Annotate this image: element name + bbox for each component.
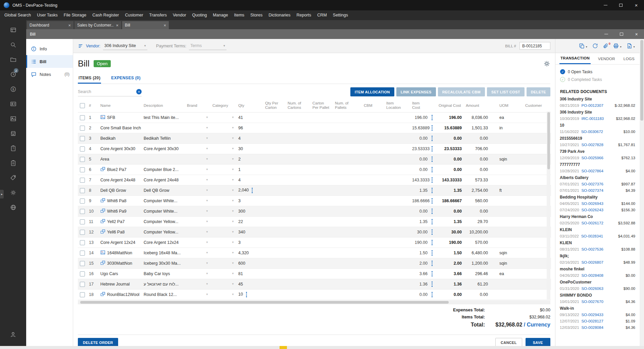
qty-cell[interactable]: 300 <box>236 206 263 217</box>
qty-cell[interactable]: 4,320 <box>236 248 263 258</box>
num-of-cartons-cell[interactable] <box>286 279 310 290</box>
uom-cell[interactable] <box>497 237 523 248</box>
tab-expenses[interactable]: EXPENSES (0) <box>110 73 141 84</box>
uom-cell[interactable]: in <box>497 123 523 133</box>
drag-handle-icon[interactable] <box>432 136 433 141</box>
qty-cell[interactable]: 10 <box>236 290 263 300</box>
chevron-down-icon[interactable]: ▼ <box>232 217 234 227</box>
brand-select-cell[interactable]: ▼ <box>185 217 210 227</box>
cbm-cell[interactable] <box>362 154 384 165</box>
panel-tab-logs[interactable]: LOGS <box>623 53 636 64</box>
drag-handle-icon[interactable] <box>432 167 433 172</box>
doc-link[interactable]: SO-0027536 <box>582 246 603 253</box>
brand-select-cell[interactable]: ▼ <box>185 227 210 237</box>
carton-per-pallet-cell[interactable] <box>310 175 333 185</box>
num-of-pallets-cell[interactable] <box>333 227 362 237</box>
completed-tasks-row[interactable]: ✓ 0 Completed Tasks <box>560 76 635 83</box>
scrollbar-thumb[interactable] <box>640 40 643 121</box>
item-name-cell[interactable]: SFB <box>98 113 142 123</box>
item-name-cell[interactable]: Yell6 Pa8 <box>98 227 142 237</box>
num-of-cartons-cell[interactable] <box>286 113 310 123</box>
num-of-pallets-cell[interactable] <box>333 196 362 206</box>
uom-cell[interactable] <box>497 227 523 237</box>
item-location-cell[interactable] <box>384 279 410 290</box>
drag-handle-icon[interactable] <box>432 198 433 203</box>
item-cost-cell[interactable]: 23.53333 <box>410 144 430 154</box>
category-select-cell[interactable]: ▼ <box>210 279 236 290</box>
description-cell[interactable]: Computer White... <box>142 206 185 217</box>
description-cell[interactable]: Bedikah Tefilin <box>142 133 185 144</box>
num-of-cartons-cell[interactable] <box>286 123 310 133</box>
chevron-down-icon[interactable]: ▼ <box>206 123 208 133</box>
chevron-down-icon[interactable]: ▼ <box>206 206 208 216</box>
chevron-down-icon[interactable]: ▼ <box>206 185 208 195</box>
currency-icon[interactable]: $ <box>0 82 26 96</box>
drag-handle-icon[interactable] <box>432 219 433 224</box>
category-select-cell[interactable]: ▼ <box>210 175 236 185</box>
item-cost-cell[interactable]: 30.00 <box>410 227 430 237</box>
tags-icon[interactable] <box>0 170 26 185</box>
original-cost-cell[interactable]: 23.53333 <box>437 144 464 154</box>
original-cost-cell[interactable]: 3.66 <box>437 269 464 279</box>
qty-cell[interactable]: 30 <box>236 144 263 154</box>
brand-select-cell[interactable]: ▼ <box>185 113 210 123</box>
doc-link[interactable]: PO-0012307 <box>582 102 603 109</box>
item-name-cell[interactable]: Area <box>98 154 142 165</box>
item-name-cell[interactable]: Core Argent 30x30 <box>98 144 142 154</box>
gear-icon[interactable] <box>543 60 550 67</box>
item-cost-cell[interactable]: 0.00 <box>410 165 430 175</box>
qty-cell[interactable]: 2,040 <box>236 185 263 196</box>
row-checkbox[interactable] <box>80 251 85 256</box>
num-of-pallets-cell[interactable] <box>333 165 362 175</box>
drag-handle-icon[interactable] <box>432 177 433 182</box>
cancel-button[interactable]: CANCEL <box>495 338 522 346</box>
carton-per-pallet-cell[interactable] <box>310 290 333 300</box>
carton-per-pallet-cell[interactable] <box>310 165 333 175</box>
uom-cell[interactable] <box>497 133 523 144</box>
item-cost-cell[interactable]: 196.00 <box>410 113 430 123</box>
document-tab-sales-by-customer[interactable]: Sales by Customer...× <box>75 21 121 29</box>
web-icon[interactable] <box>0 200 26 215</box>
row-checkbox[interactable] <box>80 146 85 151</box>
category-select-cell[interactable]: ▼ <box>210 144 236 154</box>
brand-select-cell[interactable]: ▼ <box>185 269 210 279</box>
chevron-down-icon[interactable]: ▼ <box>206 237 208 248</box>
copy-icon[interactable]: ▼ <box>579 43 588 49</box>
sidebar-item-bill[interactable]: Bill <box>26 55 73 68</box>
uom-cell[interactable] <box>497 196 523 206</box>
qty-per-carton-cell[interactable] <box>263 227 286 237</box>
qty-cell[interactable]: 600 <box>236 258 263 269</box>
qty-per-carton-cell[interactable] <box>263 248 286 258</box>
item-cost-cell[interactable]: 190.00 <box>410 237 430 248</box>
drag-handle-icon[interactable] <box>432 146 433 151</box>
num-of-pallets-cell[interactable] <box>333 133 362 144</box>
mdi-minimize-button[interactable] <box>599 29 614 39</box>
folders-icon[interactable] <box>0 52 26 67</box>
doc-link[interactable]: SO-0027828 <box>582 142 603 148</box>
qty-cell[interactable]: 2 <box>236 154 263 165</box>
menu-item-dictionaries[interactable]: Dictionaries <box>265 10 293 20</box>
chevron-down-icon[interactable]: ▼ <box>206 165 208 175</box>
original-cost-cell[interactable]: 0.00 <box>437 154 464 165</box>
uom-cell[interactable] <box>497 290 523 300</box>
row-checkbox[interactable] <box>80 178 85 183</box>
qty-per-carton-cell[interactable] <box>263 165 286 175</box>
uom-cell[interactable]: sqin <box>497 248 523 258</box>
description-cell[interactable]: Round Black 12... <box>142 290 185 300</box>
num-of-cartons-cell[interactable] <box>286 196 310 206</box>
brand-select-cell[interactable]: ▼ <box>185 185 210 196</box>
cbm-cell[interactable] <box>362 227 384 237</box>
item-location-cell[interactable] <box>384 133 410 144</box>
original-cost-cell[interactable]: 190.00 <box>437 237 464 248</box>
item-name-cell[interactable]: 3030MattNon <box>98 258 142 269</box>
carton-per-pallet-cell[interactable] <box>310 154 333 165</box>
chevron-down-icon[interactable]: ▼ <box>206 133 208 143</box>
document-tab-bill[interactable]: Bill× <box>122 21 169 29</box>
qty-cell[interactable]: 4 <box>236 133 263 144</box>
cbm-cell[interactable] <box>362 237 384 248</box>
search-input[interactable] <box>78 89 136 94</box>
qty-per-carton-cell[interactable] <box>263 217 286 227</box>
item-name-cell[interactable]: Bedikah <box>98 133 142 144</box>
item-location-cell[interactable] <box>384 154 410 165</box>
description-cell[interactable]: לוח עם זארגנאל ע... <box>142 279 185 290</box>
